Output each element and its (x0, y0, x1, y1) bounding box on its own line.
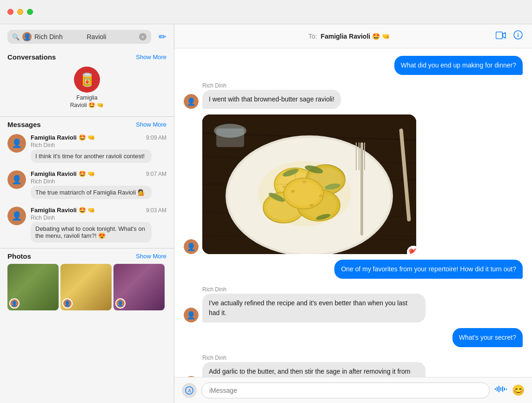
incoming-group-3: Rich Dinh 👤 Add garlic to the butter, an… (184, 355, 523, 377)
msg-in-3: 👤 Add garlic to the butter, and then sti… (184, 362, 523, 377)
message-item-2[interactable]: 👤 Famiglia Ravioli 🤩 🤜 9:07 AM Rich Dinh… (0, 167, 174, 203)
message-item-1[interactable]: 👤 Famiglia Ravioli 🤩 🤜 9:09 AM Rich Dinh… (0, 130, 174, 167)
bubble-out-3: What's your secret? (452, 328, 523, 347)
photo-1[interactable]: 👤 (7, 264, 59, 310)
svg-rect-46 (500, 387, 501, 391)
msg-subrow-3: Rich Dinh (31, 215, 166, 221)
search-icon: 🔍 (12, 34, 20, 40)
apps-icon: A (185, 386, 193, 395)
svg-rect-48 (504, 388, 505, 390)
rich-face-1: 👤 (184, 94, 199, 109)
avatar-face: 👤 (22, 32, 32, 41)
search-query: Ravioli (87, 33, 137, 40)
search-bar[interactable]: 🔍 👤 Rich Dinh Ravioli × (7, 30, 151, 44)
photo-3-avatar: 👤 (115, 298, 126, 309)
conversations-show-more[interactable]: Show More (136, 54, 166, 60)
maximize-button[interactable] (27, 9, 33, 15)
msg-avatar-1: 👤 (7, 134, 26, 153)
audio-waveform-icon[interactable] (494, 384, 507, 396)
avatar-face-3: 👤 (7, 207, 26, 225)
highlight-1: ravioli (106, 153, 122, 160)
message-input[interactable] (201, 383, 490, 398)
msg-time-2: 9:07 AM (146, 171, 166, 177)
ravioli-image[interactable]: ❤️ (202, 114, 416, 254)
bubble-out-2: One of my favorites from your repertoire… (334, 260, 523, 279)
msg-out-2: One of my favorites from your repertoire… (184, 260, 523, 279)
conversation-famiglia[interactable]: 🥫 FamigliaRavioli 🤩 🤜 (0, 63, 174, 113)
photo-2[interactable]: 👤 (60, 264, 112, 310)
msg-top-1: Famiglia Ravioli 🤩 🤜 9:09 AM (31, 134, 166, 141)
msg-preview-3: Debating what to cook tonight. What's on… (31, 222, 152, 242)
svg-rect-0 (496, 32, 502, 39)
messages-container: What did you end up making for dinner? R… (174, 48, 532, 377)
photos-section: Photos Show More 👤 👤 👤 (0, 249, 174, 316)
msg-subrow-1: Rich Dinh (31, 142, 166, 148)
svg-rect-44 (497, 387, 498, 391)
messages-header: Messages Show More (0, 117, 174, 130)
photo-2-avatar: 👤 (62, 298, 73, 309)
msg-content-1: Famiglia Ravioli 🤩 🤜 9:09 AM Rich Dinh I… (31, 134, 166, 163)
conversations-header: Conversations Show More (0, 49, 174, 63)
sidebar-header: 🔍 👤 Rich Dinh Ravioli × ✏ (0, 24, 174, 49)
title-bar (0, 0, 532, 24)
photo-1-avatar: 👤 (9, 298, 20, 309)
rich-avatar-1: 👤 (184, 94, 199, 109)
svg-rect-35 (356, 142, 357, 170)
chat-header-title: To: Famiglia Ravioli 🤩 🤜 (308, 33, 390, 40)
avatar-face-2: 👤 (7, 170, 26, 189)
compose-button[interactable]: ✏ (159, 31, 166, 42)
input-bar: A 😊 (174, 377, 532, 403)
avatar-face-1: 👤 (7, 134, 26, 153)
message-item-3[interactable]: 👤 Famiglia Ravioli 🤩 🤜 9:03 AM Rich Dinh… (0, 203, 174, 246)
svg-text:A: A (187, 388, 191, 393)
emoji-button[interactable]: 😊 (512, 384, 525, 396)
highlight-3: ravioli (64, 232, 80, 239)
bubble-out-1: What did you end up making for dinner? (394, 56, 523, 75)
waveform-svg (494, 384, 507, 394)
search-clear-button[interactable]: × (139, 33, 146, 40)
photo-3[interactable]: 👤 (113, 264, 165, 310)
incoming-group-1: Rich Dinh 👤 I went with that browned-but… (184, 82, 523, 109)
svg-rect-49 (506, 389, 507, 390)
msg-preview-1: I think it's time for another ravioli co… (31, 149, 152, 163)
svg-point-2 (518, 33, 519, 34)
msg-avatar-3: 👤 (7, 207, 26, 225)
svg-rect-40 (216, 128, 244, 147)
to-label: To: (308, 33, 317, 40)
minimize-button[interactable] (17, 9, 23, 15)
rich-face-3: 👤 (184, 308, 199, 322)
msg-group-3: Famiglia Ravioli 🤩 🤜 (31, 207, 95, 214)
msg-out-1: What did you end up making for dinner? (184, 56, 523, 75)
messages-show-more[interactable]: Show More (136, 121, 166, 128)
food-svg (202, 114, 416, 254)
conversation-name: FamigliaRavioli 🤩 🤜 (70, 94, 104, 109)
bubble-in-3: Add garlic to the butter, and then stir … (202, 362, 426, 377)
msg-in-2: 👤 I've actually refined the recipe and i… (184, 294, 523, 322)
info-icon[interactable] (513, 30, 523, 42)
msg-subsender-3: Rich Dinh (31, 215, 55, 221)
rich-dinh-label-3: Rich Dinh (202, 355, 523, 361)
close-button[interactable] (7, 9, 13, 15)
sidebar: 🔍 👤 Rich Dinh Ravioli × ✏ Conversations … (0, 24, 174, 403)
rich-avatar-2: 👤 (184, 239, 199, 254)
rich-face-2: 👤 (184, 239, 199, 254)
rich-dinh-label-2: Rich Dinh (202, 286, 523, 293)
svg-rect-38 (364, 142, 365, 170)
highlight-2: Ravioli (118, 189, 136, 196)
photos-show-more[interactable]: Show More (136, 253, 166, 260)
rich-dinh-label-1: Rich Dinh (202, 82, 523, 89)
chat-recipient-name: Famiglia Ravioli 🤩 🤜 (321, 33, 390, 40)
svg-rect-36 (359, 142, 359, 170)
msg-subrow-2: Rich Dinh (31, 178, 166, 185)
apps-button[interactable]: A (182, 383, 197, 398)
photos-grid: 👤 👤 👤 (0, 262, 174, 312)
msg-subsender-2: Rich Dinh (31, 178, 55, 185)
chat-header: To: Famiglia Ravioli 🤩 🤜 (174, 24, 532, 48)
msg-content-2: Famiglia Ravioli 🤩 🤜 9:07 AM Rich Dinh T… (31, 170, 166, 199)
msg-preview-2: The true matriarch of Famiglia Ravioli 💁 (31, 186, 152, 199)
msg-group-2: Famiglia Ravioli 🤩 🤜 (31, 170, 95, 177)
video-call-icon[interactable] (496, 31, 506, 41)
svg-point-33 (258, 161, 351, 226)
msg-avatar-2: 👤 (7, 170, 26, 189)
msg-time-1: 9:09 AM (146, 134, 166, 141)
